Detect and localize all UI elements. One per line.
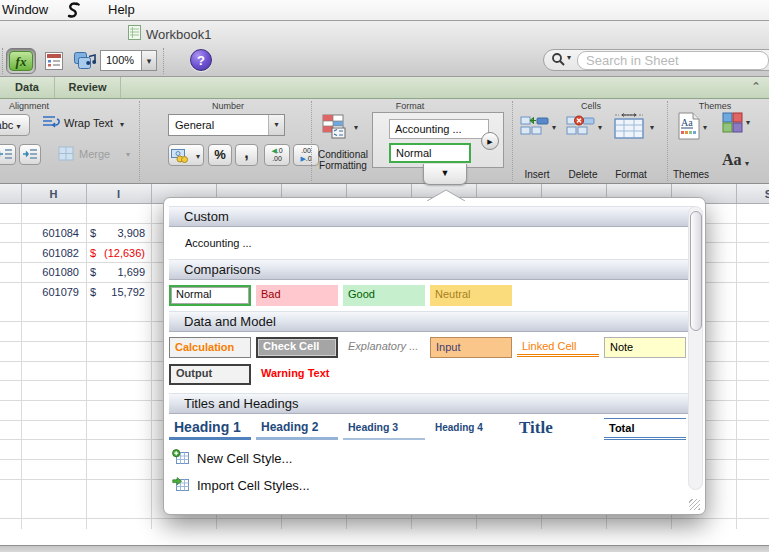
currency-symbol: $ (90, 224, 96, 243)
style-item-title[interactable]: Title (517, 418, 599, 442)
format-caret-icon[interactable]: ▾ (650, 123, 654, 132)
panel-action-import-cell-styles[interactable]: Import Cell Styles... (172, 474, 310, 496)
cell-styles-panel: CustomAccounting ...ComparisonsNormalBad… (163, 197, 706, 515)
panel-action-new-cell-style[interactable]: New Cell Style... (172, 447, 292, 469)
section-header-custom: Custom (169, 206, 696, 227)
window-title: Workbook1 (128, 25, 212, 43)
style-item-output[interactable]: Output (169, 364, 251, 385)
insert-caret-icon[interactable]: ▾ (552, 123, 556, 132)
style-item-heading-4[interactable]: Heading 4 (430, 418, 512, 440)
style-item-good[interactable]: Good (343, 285, 425, 306)
sheet-cell-h[interactable]: 601082 (21, 244, 83, 263)
form-tool-button[interactable] (43, 50, 65, 76)
style-item-heading-3[interactable]: Heading 3 (343, 418, 425, 440)
percent-style-button[interactable]: % (208, 144, 232, 166)
column-header-i[interactable]: I (86, 184, 151, 204)
group-label-format: Format (330, 101, 490, 111)
gallery-item-accounting[interactable]: Accounting ... (389, 119, 489, 139)
style-item-explanatory[interactable]: Explanatory ... (343, 337, 425, 358)
tab-review[interactable]: Review (55, 77, 121, 98)
currency-symbol: $ (90, 263, 96, 282)
cell-styles-gallery: Accounting ... Normal ▶ (372, 112, 504, 168)
style-item-heading-1[interactable]: Heading 1 (169, 418, 251, 440)
style-item-note[interactable]: Note (604, 337, 686, 358)
sheet-cell-i[interactable]: $15,792 (87, 283, 148, 302)
style-item-accounting[interactable]: Accounting ... (169, 234, 389, 255)
comma-style-button[interactable]: , (235, 144, 258, 166)
theme-fonts-button[interactable]: Aa (722, 151, 742, 169)
themes-icon[interactable]: Aa (678, 112, 700, 144)
text-orientation-button[interactable]: abc ▾ (0, 114, 30, 136)
style-item-input[interactable]: Input (430, 337, 512, 358)
column-header-h[interactable]: H (21, 184, 86, 204)
panel-resize-grip[interactable] (689, 499, 700, 510)
cell-amount: 3,908 (117, 224, 145, 243)
gallery-item-normal[interactable]: Normal (389, 143, 471, 163)
style-item-total[interactable]: Total (604, 418, 686, 440)
style-item-bad[interactable]: Bad (256, 285, 338, 306)
gallery-next-button[interactable]: ▶ (481, 132, 499, 150)
sheet-cell-i[interactable]: $1,699 (87, 263, 148, 282)
tab-data[interactable]: Data (0, 77, 55, 98)
search-icon[interactable] (551, 52, 566, 71)
style-item-neutral[interactable]: Neutral (430, 285, 512, 306)
increase-indent-button[interactable] (19, 144, 41, 165)
group-label-cells: Cells (516, 101, 666, 111)
insert-label[interactable]: Insert (514, 169, 560, 180)
formula-builder-button[interactable]: fx (6, 48, 36, 74)
menu-window[interactable]: Window (2, 2, 48, 17)
number-format-select[interactable]: General ▾ (168, 114, 285, 136)
sheet-cell-h[interactable]: 601084 (21, 224, 83, 243)
column-header-s[interactable]: S (736, 184, 769, 204)
conditional-formatting-label[interactable]: Conditional Formatting (308, 149, 378, 171)
menu-help[interactable]: Help (108, 2, 135, 17)
media-browser-button[interactable] (72, 50, 98, 76)
sheet-cell-h[interactable]: 601080 (21, 263, 83, 282)
help-button[interactable]: ? (190, 49, 212, 71)
style-item-heading-2[interactable]: Heading 2 (256, 418, 338, 440)
wrap-text-label[interactable]: Wrap Text (64, 117, 113, 129)
section-header-titles-and-headings: Titles and Headings (169, 393, 696, 414)
theme-colors-caret-icon[interactable]: ▾ (746, 118, 750, 127)
format-label[interactable]: Format (606, 169, 656, 180)
style-item-warning-text[interactable]: Warning Text (256, 364, 338, 385)
increase-decimal-button[interactable]: ◀.0 .00 (264, 144, 290, 166)
sheet-cell-i[interactable]: $(12,636) (87, 244, 148, 263)
currency-symbol: $ (90, 283, 96, 302)
label-line2: Formatting (319, 160, 367, 171)
conditional-formatting-icon[interactable] (322, 114, 350, 144)
search-scope-caret-icon[interactable]: ▾ (567, 53, 571, 62)
style-item-calculation[interactable]: Calculation (169, 337, 251, 358)
toolbar-separator (163, 48, 164, 74)
panel-action-label: Import Cell Styles... (197, 478, 310, 493)
label-line1: Conditional (318, 149, 368, 160)
zoom-level-field[interactable]: 100% (100, 50, 142, 71)
themes-caret-icon[interactable]: ▾ (703, 123, 707, 132)
wrap-text-icon[interactable] (42, 115, 61, 136)
delete-caret-icon[interactable]: ▾ (598, 123, 602, 132)
themes-label[interactable]: Themes (666, 169, 716, 180)
theme-colors-icon[interactable] (722, 112, 743, 137)
style-item-check-cell[interactable]: Check Cell (256, 337, 338, 358)
panel-scrollbar-thumb[interactable] (690, 211, 702, 331)
currency-format-button[interactable]: ▾ (168, 144, 204, 166)
number-format-caret-icon[interactable]: ▾ (268, 115, 284, 135)
style-item-linked-cell[interactable]: Linked Cell (517, 337, 599, 357)
wrap-text-caret-icon[interactable]: ▾ (120, 120, 124, 129)
sheet-cell-i[interactable]: $3,908 (87, 224, 148, 243)
search-input[interactable] (577, 51, 769, 70)
script-menu-icon[interactable] (64, 1, 82, 19)
insert-cells-icon[interactable] (520, 114, 550, 144)
styles-gallery-dropdown-button[interactable]: ▼ (423, 164, 467, 185)
theme-fonts-caret-icon[interactable]: ▾ (745, 159, 749, 168)
ribbon-collapse-icon[interactable]: ⌃ (751, 80, 761, 94)
sheet-cell-h[interactable]: 601079 (21, 283, 83, 302)
conditional-formatting-caret-icon[interactable]: ▾ (354, 123, 358, 132)
style-item-normal[interactable]: Normal (169, 285, 251, 306)
cell-amount: 15,792 (111, 283, 145, 302)
delete-label[interactable]: Delete (560, 169, 606, 180)
decrease-indent-button[interactable] (0, 144, 16, 165)
zoom-dropdown-arrow[interactable]: ▾ (141, 50, 157, 71)
format-cells-icon[interactable] (612, 113, 646, 144)
delete-cells-icon[interactable] (566, 114, 596, 144)
